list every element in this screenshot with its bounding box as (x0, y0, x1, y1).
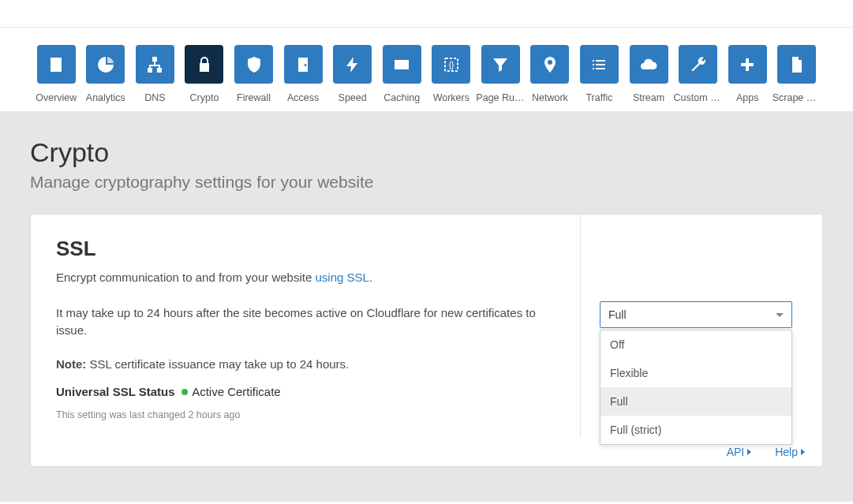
nav-tab-label: Speed (339, 92, 367, 103)
ssl-section-title: SSL (56, 237, 555, 261)
ssl-desc-prefix: Encrypt communication to and from your w… (56, 271, 315, 284)
wrench-icon (679, 45, 717, 84)
nav-tabs-bar: OverviewAnalyticsDNSCryptoFirewallAccess… (0, 27, 853, 112)
ssl-card-right: Full OffFlexibleFullFull (strict) (581, 215, 822, 438)
svg-text:{}: {} (448, 61, 454, 69)
using-ssl-link[interactable]: using SSL (315, 271, 369, 284)
doc-list-icon (37, 45, 76, 84)
nav-tab-scrape-shi[interactable]: Scrape Shi... (772, 45, 821, 103)
ssl-mode-select[interactable]: Full (600, 301, 792, 328)
ssl-note-label: Note: (56, 357, 86, 371)
status-dot-icon (181, 389, 188, 395)
ssl-note: Note: SSL certificate issuance may take … (56, 357, 555, 371)
ssl-mode-dropdown: OffFlexibleFullFull (strict) (600, 330, 792, 445)
help-link[interactable]: Help (775, 446, 805, 458)
cloud-icon (630, 45, 668, 84)
nav-tab-label: Access (287, 92, 319, 103)
nav-tab-crypto[interactable]: Crypto (180, 45, 230, 103)
pin-icon (530, 45, 569, 84)
plus-icon (728, 45, 767, 84)
ssl-note-text: SSL certificate issuance may take up to … (86, 357, 349, 371)
nav-tab-workers[interactable]: {}Workers (427, 45, 477, 103)
page-subtitle: Manage cryptography settings for your we… (30, 173, 823, 192)
file-icon (777, 45, 816, 84)
ssl-card: SSL Encrypt communication to and from yo… (30, 214, 823, 467)
nav-tab-label: Custom Pa... (674, 92, 723, 103)
braces-icon: {} (432, 45, 470, 84)
ssl-status-line: Universal SSL Status Active Certificate (56, 385, 555, 398)
ssl-mode-option-full-strict[interactable]: Full (strict) (600, 416, 791, 444)
bolt-icon (333, 45, 372, 84)
nav-tab-label: Workers (433, 92, 470, 103)
ssl-status-value: Active Certificate (192, 385, 281, 398)
nav-tab-label: Overview (36, 92, 77, 103)
ssl-card-left: SSL Encrypt communication to and from yo… (31, 215, 581, 438)
ssl-description-1: Encrypt communication to and from your w… (56, 269, 555, 287)
nav-tab-stream[interactable]: Stream (624, 45, 674, 103)
page-title: Crypto (30, 137, 823, 168)
lock-icon (185, 45, 223, 84)
ssl-mode-select-value: Full (608, 308, 627, 321)
nav-tab-label: Stream (633, 92, 664, 103)
ssl-description-2: It may take up to 24 hours after the sit… (56, 304, 555, 340)
nav-tab-label: Network (532, 92, 568, 103)
ssl-mode-option-flexible[interactable]: Flexible (600, 359, 791, 387)
nav-tab-analytics[interactable]: Analytics (81, 45, 131, 103)
nav-tab-dns[interactable]: DNS (130, 45, 180, 103)
nav-tab-caching[interactable]: Caching (377, 45, 427, 103)
nav-tab-access[interactable]: Access (279, 45, 328, 103)
ssl-mode-option-full[interactable]: Full (600, 387, 791, 416)
nav-tab-apps[interactable]: Apps (723, 45, 773, 103)
nav-tab-label: Caching (383, 92, 420, 103)
top-spacer (0, 0, 853, 27)
svg-rect-2 (158, 69, 161, 72)
ssl-desc-suffix: . (369, 271, 372, 284)
ssl-status-label: Universal SSL Status (56, 385, 175, 398)
nav-tab-firewall[interactable]: Firewall (229, 45, 279, 103)
chevron-right-icon (747, 449, 751, 455)
pie-icon (86, 45, 125, 84)
nav-tab-speed[interactable]: Speed (327, 45, 377, 103)
nav-tab-traffic[interactable]: Traffic (574, 45, 624, 103)
nav-tab-page-rules[interactable]: Page Rules (476, 45, 526, 103)
svg-rect-0 (153, 58, 156, 61)
nav-tab-label: Analytics (86, 92, 125, 103)
page-body: Crypto Manage cryptography settings for … (0, 112, 853, 502)
nav-tab-label: Page Rules (476, 92, 525, 103)
door-icon (284, 45, 323, 84)
nav-tab-label: Firewall (237, 92, 271, 103)
nav-tab-overview[interactable]: Overview (32, 45, 81, 103)
nav-tab-network[interactable]: Network (526, 45, 575, 103)
nav-tab-label: DNS (144, 92, 165, 103)
chevron-right-icon (801, 449, 805, 455)
tree-icon (136, 45, 174, 84)
chevron-down-icon (776, 313, 784, 317)
api-link[interactable]: API (727, 446, 752, 458)
ssl-last-changed: This setting was last changed 2 hours ag… (56, 409, 555, 420)
card-icon (383, 45, 421, 84)
svg-rect-1 (148, 69, 152, 72)
nav-tab-label: Apps (736, 92, 759, 103)
nav-tab-label: Scrape Shi... (773, 92, 821, 103)
ssl-mode-option-off[interactable]: Off (600, 330, 791, 359)
funnel-icon (481, 45, 520, 84)
list-icon (580, 45, 619, 84)
nav-tab-label: Traffic (586, 92, 612, 103)
nav-tab-label: Crypto (190, 92, 219, 103)
shield-icon (234, 45, 273, 84)
nav-tab-custom-pa[interactable]: Custom Pa... (673, 45, 723, 103)
